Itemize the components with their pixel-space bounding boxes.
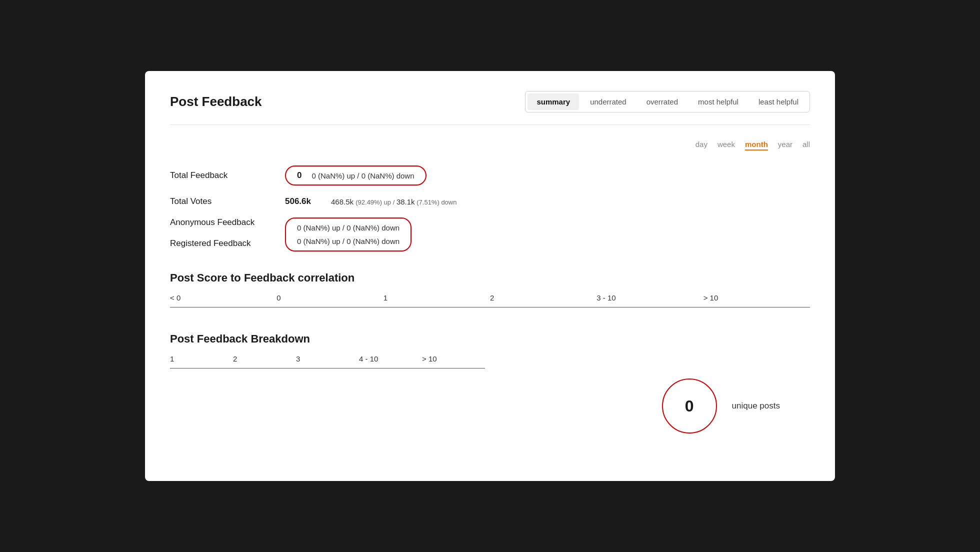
breakdown-cols: 1 2 3 4 - 10 > 10 <box>170 354 485 368</box>
anonymous-feedback-detail: 0 (NaN%) up / 0 (NaN%) down <box>297 224 400 232</box>
filter-day[interactable]: day <box>696 140 708 150</box>
main-window: Post Feedback summary underrated overrat… <box>145 71 835 481</box>
breakdown-col-1: 1 <box>170 354 233 363</box>
breakdown-col-3: 3 <box>296 354 359 363</box>
breakdown-col-gt10: > 10 <box>422 354 485 363</box>
unique-posts-label: unique posts <box>732 401 780 411</box>
tab-overrated[interactable]: overrated <box>638 94 687 110</box>
filter-year[interactable]: year <box>778 140 792 150</box>
score-correlation-title: Post Score to Feedback correlation <box>170 272 810 284</box>
tab-summary[interactable]: summary <box>528 94 579 110</box>
score-col-3-10: 3 - 10 <box>596 294 703 302</box>
up-pct-val: 92.49% <box>358 198 380 206</box>
content-area: day week month year all Total Feedback 0… <box>170 140 810 434</box>
score-col-1: 1 <box>384 294 490 302</box>
total-votes-label: Total Votes <box>170 196 270 206</box>
down-value: 38.1k <box>396 198 415 206</box>
unique-posts-area: 0 unique posts <box>170 378 810 434</box>
total-votes-value: 506.6k <box>285 196 311 206</box>
total-feedback-detail: 0 (NaN%) up / 0 (NaN%) down <box>312 172 414 180</box>
total-votes-row: Total Votes 506.6k 468.5k (92.49%) up / … <box>170 196 810 206</box>
tab-bar: summary underrated overrated most helpfu… <box>525 91 810 112</box>
total-votes-detail: 468.5k (92.49%) up / 38.1k (7.51%) down <box>331 198 456 206</box>
unique-posts-value: 0 <box>662 378 717 434</box>
breakdown-section: Post Feedback Breakdown 1 2 3 4 - 10 > 1… <box>170 332 810 434</box>
time-filter: day week month year all <box>170 140 810 150</box>
score-correlation-section: Post Score to Feedback correlation < 0 0… <box>170 272 810 308</box>
filter-week[interactable]: week <box>718 140 735 150</box>
page-title: Post Feedback <box>170 94 262 110</box>
score-col-2: 2 <box>490 294 596 302</box>
score-col-gt10: > 10 <box>704 294 810 302</box>
total-feedback-circled: 0 0 (NaN%) up / 0 (NaN%) down <box>285 166 426 186</box>
breakdown-title: Post Feedback Breakdown <box>170 332 810 346</box>
stats-section: Total Feedback 0 0 (NaN%) up / 0 (NaN%) … <box>170 166 810 252</box>
anon-registered-row: Anonymous Feedback Registered Feedback 0… <box>170 218 810 252</box>
tab-underrated[interactable]: underrated <box>581 94 636 110</box>
up-value: 468.5k <box>331 198 354 206</box>
down-pct-val: 7.51% <box>419 198 438 206</box>
filter-month[interactable]: month <box>745 140 768 150</box>
total-feedback-row: Total Feedback 0 0 (NaN%) up / 0 (NaN%) … <box>170 166 810 186</box>
total-feedback-label: Total Feedback <box>170 170 270 180</box>
breakdown-col-2: 2 <box>233 354 296 363</box>
score-col-0: 0 <box>276 294 383 302</box>
tab-most-helpful[interactable]: most helpful <box>689 94 748 110</box>
header-divider <box>170 124 810 125</box>
registered-feedback-detail: 0 (NaN%) up / 0 (NaN%) down <box>297 237 400 246</box>
total-feedback-value: 0 <box>297 170 302 180</box>
anonymous-feedback-label: Anonymous Feedback <box>170 218 270 228</box>
breakdown-col-4-10: 4 - 10 <box>359 354 422 363</box>
tab-least-helpful[interactable]: least helpful <box>750 94 808 110</box>
score-correlation-cols: < 0 0 1 2 3 - 10 > 10 <box>170 294 810 308</box>
registered-feedback-label: Registered Feedback <box>170 238 270 248</box>
header: Post Feedback summary underrated overrat… <box>170 91 810 112</box>
score-col-lt0: < 0 <box>170 294 276 302</box>
filter-all[interactable]: all <box>802 140 810 150</box>
feedback-labels: Anonymous Feedback Registered Feedback <box>170 218 270 248</box>
anon-registered-circled: 0 (NaN%) up / 0 (NaN%) down 0 (NaN%) up … <box>285 218 412 252</box>
